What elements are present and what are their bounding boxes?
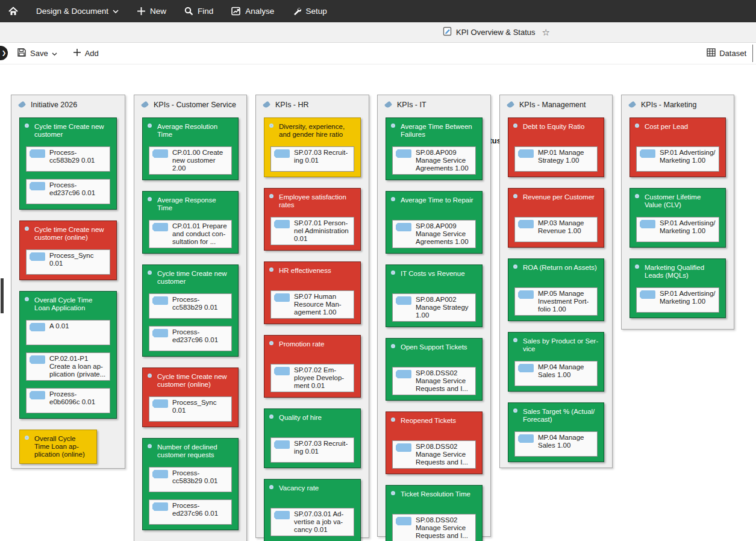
process-ref[interactable]: Process- cc583b29 0.01 bbox=[26, 146, 110, 172]
kpi-card-yellow[interactable]: Overall Cycle Time Loan ap- plication (o… bbox=[19, 430, 97, 464]
kpi-status-icon bbox=[269, 194, 273, 198]
menu-new[interactable]: New bbox=[137, 7, 166, 16]
process-ref[interactable]: CP.01.00 Create new customer 2.00 bbox=[149, 146, 232, 175]
kpi-group[interactable]: KPIs - MarketingCost per LeadSP.01 Adver… bbox=[621, 95, 734, 330]
model-document-icon bbox=[443, 27, 452, 38]
kpi-group[interactable]: KPIs - HRDiversity, experience, and gend… bbox=[255, 95, 369, 538]
kpi-card-yellow[interactable]: Diversity, experience, and gender hire r… bbox=[264, 117, 361, 177]
kpi-card-red[interactable]: Promotion rateSP.07.02 Em- ployee Develo… bbox=[264, 335, 361, 398]
kpi-status-icon bbox=[513, 264, 517, 269]
process-ref[interactable]: SP.07.03 Recruit- ing 0.01 bbox=[270, 437, 354, 463]
kpi-card-title: Average Time Between Failures bbox=[401, 123, 472, 139]
kpi-status-icon bbox=[148, 197, 152, 201]
process-ref[interactable]: CP.01.01 Prepare and conduct con- sultat… bbox=[149, 220, 232, 248]
kpi-card-green[interactable]: Cycle time Create new customerProcess- c… bbox=[142, 264, 239, 357]
kpi-card-green[interactable]: ROA (Return on Assets)MP.05 Manage Inves… bbox=[508, 258, 604, 321]
process-ref[interactable]: SP.01 Advertising/ Marketing 1.00 bbox=[636, 287, 719, 313]
kpi-status-icon bbox=[148, 374, 152, 378]
kpi-card-green[interactable]: Vacancy rateSP.07.03.01 Ad- vertise a jo… bbox=[264, 479, 361, 541]
menu-setup[interactable]: Setup bbox=[292, 7, 326, 16]
kpi-card-green[interactable]: Average Time Between FailuresSP.08.AP009… bbox=[386, 117, 483, 180]
kpi-card-green[interactable]: Overall Cycle Time Loan ApplicationA 0.0… bbox=[19, 291, 117, 419]
home-button[interactable] bbox=[8, 7, 18, 16]
kpi-card-red[interactable]: Employee satisfaction ratesSP.07.01 Pers… bbox=[264, 188, 361, 251]
process-ref[interactable]: SP.08.AP009 Manage Service Agreements 1.… bbox=[392, 146, 476, 175]
process-ref[interactable]: Process- ed237c96 0.01 bbox=[149, 499, 232, 525]
process-ref[interactable]: MP.01 Manage Strategy 1.00 bbox=[514, 146, 598, 172]
process-ref[interactable]: A 0.01 bbox=[26, 320, 110, 345]
panel-resize-handle[interactable] bbox=[1, 278, 4, 313]
process-ref[interactable]: Prozess- e0b6096c 0.01 bbox=[26, 388, 110, 413]
save-button[interactable]: Save bbox=[17, 48, 57, 59]
process-ref[interactable]: SP.07.03 Recruit- ing 0.01 bbox=[270, 146, 354, 172]
process-ref[interactable]: Process_Sync 0.01 bbox=[149, 396, 232, 422]
menu-find-label: Find bbox=[198, 7, 213, 16]
kpi-card-red[interactable]: Reopened TicketsSP.08.DSS02 Manage Servi… bbox=[386, 411, 483, 474]
process-ref[interactable]: Process- cc583b29 0.01 bbox=[149, 293, 232, 319]
add-button[interactable]: Add bbox=[73, 48, 99, 58]
kpi-card-green[interactable]: Quality of hireSP.07.03 Recruit- ing 0.0… bbox=[264, 408, 361, 468]
menu-design-document[interactable]: Design & Document bbox=[36, 7, 119, 16]
kpi-card-red[interactable]: Cost per LeadSP.01 Advertising/ Marketin… bbox=[629, 117, 726, 177]
process-icon bbox=[518, 364, 534, 372]
kpi-card-green[interactable]: Ticket Resolution TimeSP.08.DSS02 Manage… bbox=[386, 485, 483, 541]
process-ref[interactable]: SP.07.02 Em- ployee Develop- ment 0.01 bbox=[270, 364, 354, 392]
process-ref[interactable]: Process- cc583b29 0.01 bbox=[149, 467, 232, 492]
kpi-group-header: KPIs - IT bbox=[378, 95, 490, 110]
kpi-group[interactable]: KPIs - ManagementDebt to Equity RatioMP.… bbox=[499, 95, 613, 468]
process-icon bbox=[396, 370, 411, 378]
kpi-card-green[interactable]: Cycle time Create new customerProcess- c… bbox=[19, 117, 117, 210]
star-outline-icon[interactable]: ☆ bbox=[542, 27, 550, 38]
process-ref[interactable]: SP.08.DSS02 Manage Service Requests and … bbox=[392, 514, 476, 541]
kpi-group[interactable]: KPIs - Customer ServiceAverage Resolutio… bbox=[134, 95, 247, 541]
kpi-card-red[interactable]: Debt to Equity RatioMP.01 Manage Strateg… bbox=[508, 117, 604, 177]
kpi-card-title: Average Resolution Time bbox=[157, 123, 217, 139]
kpi-card-green[interactable]: IT Costs vs RevenueSP.08.AP002 Manage St… bbox=[386, 264, 483, 327]
kpi-card-green[interactable]: Customer Lifetime Value (CLV)SP.01 Adver… bbox=[629, 188, 726, 248]
kpi-card-green[interactable]: Number of declined customer requestsProc… bbox=[142, 438, 239, 530]
process-ref-label: Process_Sync 0.01 bbox=[172, 399, 217, 419]
process-ref[interactable]: MP.05 Manage Investment Port- folio 1.00 bbox=[514, 287, 598, 316]
kpi-card-green[interactable]: Marketing Qualified Leads (MQLs)SP.01 Ad… bbox=[629, 258, 726, 318]
kpi-card-green[interactable]: Average Resolution TimeCP.01.00 Create n… bbox=[142, 117, 239, 180]
menu-analyse[interactable]: Analyse bbox=[231, 7, 274, 16]
process-ref[interactable]: SP.08.DSS02 Manage Service Requests and … bbox=[392, 440, 476, 469]
kpi-status-icon bbox=[391, 417, 395, 422]
kpi-card-red[interactable]: Cycle time Create new customer (online)P… bbox=[142, 367, 239, 427]
kpi-group-header: KPIs - Marketing bbox=[622, 95, 734, 110]
kpi-card-red[interactable]: HR effectivenessSP.07 Human Resource Man… bbox=[264, 261, 361, 324]
process-ref[interactable]: MP.04 Manage Sales 1.00 bbox=[514, 431, 598, 457]
kpi-card-red[interactable]: Revenue per CustomerMP.03 Manage Revenue… bbox=[508, 188, 604, 248]
kpi-status-icon bbox=[513, 338, 517, 342]
kpi-card-green[interactable]: Sales by Product or Ser- viceMP.04 Manag… bbox=[508, 332, 604, 392]
process-ref[interactable]: MP.03 Manage Revenue 1.00 bbox=[514, 217, 598, 242]
kpi-group[interactable]: Initiative 2026Cycle time Create new cus… bbox=[11, 95, 125, 469]
kpi-status-icon bbox=[391, 491, 395, 495]
kpi-status-icon bbox=[269, 124, 273, 128]
dataset-button[interactable]: Dataset bbox=[707, 48, 746, 58]
process-ref[interactable]: Process- ed237c96 0.01 bbox=[26, 179, 110, 204]
process-ref[interactable]: SP.08.DSS02 Manage Service Requests and … bbox=[392, 367, 476, 395]
kpi-card-green[interactable]: Average Response TimeCP.01.01 Prepare an… bbox=[142, 191, 239, 254]
process-ref[interactable]: SP.01 Advertising/ Marketing 1.00 bbox=[636, 146, 719, 172]
process-ref[interactable]: SP.08.AP002 Manage Strategy 1.00 bbox=[392, 293, 476, 322]
tab-kpi-overview[interactable]: KPI Overview & Status ☆ bbox=[443, 22, 550, 42]
process-ref-label: Process_Sync 0.01 bbox=[49, 252, 94, 272]
process-ref[interactable]: SP.07.01 Person- nel Administration 0.01 bbox=[270, 217, 354, 245]
kpi-card-green[interactable]: Average Time to RepairSP.08.AP009 Manage… bbox=[386, 191, 483, 254]
process-ref[interactable]: SP.07 Human Resource Man- agement 1.00 bbox=[270, 290, 354, 319]
process-ref[interactable]: CP.02.01-P1 Create a loan ap- plication … bbox=[26, 352, 110, 381]
process-ref[interactable]: Process- ed237c96 0.01 bbox=[149, 326, 232, 351]
process-ref[interactable]: SP.01 Advertising/ Marketing 1.00 bbox=[636, 217, 719, 242]
kpi-card-green[interactable]: Open Support TicketsSP.08.DSS02 Manage S… bbox=[386, 338, 483, 401]
process-ref[interactable]: MP.04 Manage Sales 1.00 bbox=[514, 361, 598, 386]
kpi-group[interactable]: KPIs - ITAverage Time Between FailuresSP… bbox=[377, 95, 491, 537]
process-ref[interactable]: SP.08.AP009 Manage Service Agreements 1.… bbox=[392, 220, 476, 248]
kpi-card-green[interactable]: Sales Target % (Actual/ Forecast)MP.04 M… bbox=[508, 402, 604, 462]
process-ref[interactable]: Process_Sync 0.01 bbox=[26, 249, 110, 275]
kpi-card-red[interactable]: Cycle time Create new customer (online)P… bbox=[19, 220, 117, 280]
process-ref-label: SP.07.03.01 Ad- vertise a job va- cancy … bbox=[294, 510, 343, 534]
process-ref[interactable]: SP.07.03.01 Ad- vertise a job va- cancy … bbox=[270, 508, 354, 536]
process-icon bbox=[274, 293, 290, 302]
menu-find[interactable]: Find bbox=[184, 7, 213, 16]
